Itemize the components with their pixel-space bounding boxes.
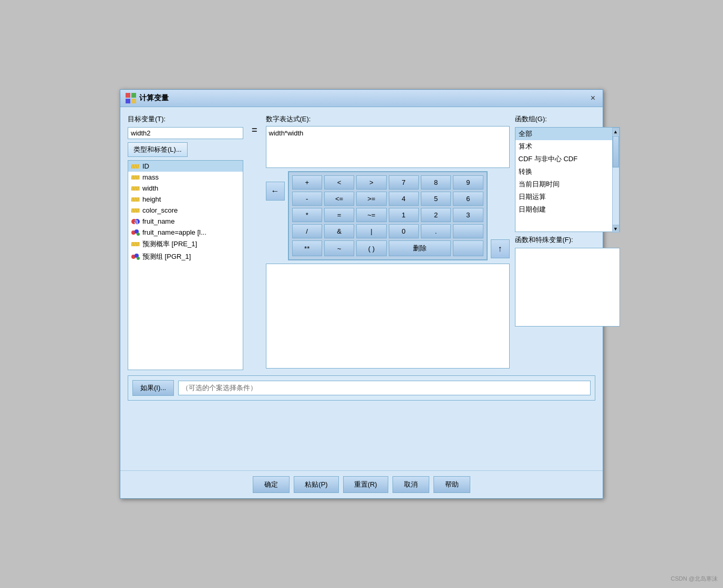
list-item[interactable]: color_score: [128, 205, 243, 216]
dialog-title: 计算变量: [139, 93, 169, 103]
calc-empty2: [453, 240, 483, 256]
left-panel: 目标变量(T): 类型和标签(L)... IDmasswidthheightco…: [128, 114, 243, 370]
svg-point-48: [137, 257, 140, 260]
title-bar: 计算变量 ×: [120, 90, 603, 107]
calc-empty: [453, 224, 483, 238]
ok-button[interactable]: 确定: [253, 476, 290, 493]
list-item[interactable]: afruit_name: [128, 216, 243, 227]
svg-rect-1: [131, 93, 136, 98]
calc-dot[interactable]: .: [421, 224, 451, 238]
insert-arrow-button[interactable]: ←: [266, 182, 285, 201]
calc-and[interactable]: &: [324, 224, 354, 238]
list-item[interactable]: width: [128, 183, 243, 194]
up-arrow-button[interactable]: ↑: [491, 239, 510, 258]
calc-eq[interactable]: =: [324, 208, 354, 222]
variable-name: width: [142, 184, 158, 192]
calculator-grid: + < > 7 8 9 - <= >= 4 5 6 *: [288, 171, 488, 260]
target-variable-label: 目标变量(T):: [128, 114, 243, 124]
variable-name: height: [142, 195, 161, 203]
expression-label: 数字表达式(E):: [266, 114, 510, 124]
list-item[interactable]: mass: [128, 172, 243, 183]
calc-mul[interactable]: *: [292, 208, 322, 222]
type-label-button[interactable]: 类型和标签(L)...: [128, 142, 188, 157]
top-section: 目标变量(T): 类型和标签(L)... IDmasswidthheightco…: [128, 114, 595, 370]
variable-icon: [131, 163, 140, 170]
variable-name: fruit_name: [142, 217, 174, 225]
variable-name: color_score: [142, 206, 178, 214]
description-area: [266, 264, 510, 369]
func-group-item[interactable]: CDF 与非中心 CDF: [515, 153, 612, 165]
condition-placeholder: （可选的个案选择条件）: [178, 381, 591, 395]
variable-name: 预测概率 [PRE_1]: [142, 239, 197, 249]
calc-gte[interactable]: >=: [356, 192, 386, 206]
calc-delete[interactable]: 删除: [389, 240, 451, 256]
calc-0[interactable]: 0: [389, 224, 419, 238]
scrollbar-thumb[interactable]: [613, 136, 619, 167]
expression-input[interactable]: [266, 126, 510, 168]
func-group-item[interactable]: 转换: [515, 165, 612, 178]
variable-icon: [131, 185, 140, 192]
function-group-list[interactable]: 全部算术CDF 与非中心 CDF转换当前日期时间日期运算日期创建: [515, 128, 612, 232]
calc-gt[interactable]: >: [356, 175, 386, 190]
func-group-item[interactable]: 算术: [515, 140, 612, 153]
dialog-body: 目标变量(T): 类型和标签(L)... IDmasswidthheightco…: [120, 107, 603, 470]
func-group-item[interactable]: 全部: [515, 128, 612, 140]
calc-neq[interactable]: ~=: [356, 208, 386, 222]
target-variable-input[interactable]: [128, 127, 243, 139]
calc-not[interactable]: ~: [324, 240, 354, 256]
list-item[interactable]: ID: [128, 161, 243, 172]
condition-section: 如果(I)... （可选的个案选择条件）: [128, 375, 595, 401]
func-group-item[interactable]: 日期运算: [515, 191, 612, 203]
close-button[interactable]: ×: [588, 94, 597, 102]
watermark: CSDN @北岛寒沫: [671, 575, 718, 583]
variable-icon: a: [131, 218, 140, 225]
if-button[interactable]: 如果(I)...: [132, 380, 174, 396]
help-button[interactable]: 帮助: [433, 476, 470, 493]
calc-4[interactable]: 4: [389, 192, 419, 206]
calc-2[interactable]: 2: [421, 208, 451, 222]
svg-rect-2: [126, 99, 130, 103]
calc-9[interactable]: 9: [453, 175, 483, 190]
calc-8[interactable]: 8: [421, 175, 451, 190]
calc-or[interactable]: |: [356, 224, 386, 238]
function-group-scroll: 全部算术CDF 与非中心 CDF转换当前日期时间日期运算日期创建 ▲ ▼: [515, 127, 620, 232]
calc-minus[interactable]: -: [292, 192, 322, 206]
expression-input-area: [266, 126, 510, 168]
cancel-button[interactable]: 取消: [393, 476, 429, 493]
variable-icon: [131, 196, 140, 203]
variable-list[interactable]: IDmasswidthheightcolor_scoreafruit_namef…: [128, 160, 243, 370]
calc-1[interactable]: 1: [389, 208, 419, 222]
svg-point-39: [137, 233, 140, 236]
calc-div[interactable]: /: [292, 224, 322, 238]
calc-pow[interactable]: **: [292, 240, 322, 256]
func-group-item[interactable]: 当前日期时间: [515, 178, 612, 191]
variable-icon: [131, 207, 140, 214]
app-icon: [126, 93, 136, 103]
calc-plus[interactable]: +: [292, 175, 322, 190]
variable-name: 预测组 [PGR_1]: [142, 252, 191, 261]
list-item[interactable]: height: [128, 194, 243, 205]
expression-section: 数字表达式(E):: [266, 114, 510, 168]
paste-button[interactable]: 粘贴(P): [294, 476, 338, 493]
function-special-list[interactable]: [515, 248, 620, 327]
list-item[interactable]: 预测组 [PGR_1]: [128, 250, 243, 263]
middle-section: 数字表达式(E): ← + < > 7 8 9: [266, 114, 510, 369]
function-group-label: 函数组(G):: [515, 114, 620, 124]
equals-sign: =: [249, 125, 261, 136]
list-item[interactable]: 预测概率 [PRE_1]: [128, 238, 243, 250]
calc-lt[interactable]: <: [324, 175, 354, 190]
calc-7[interactable]: 7: [389, 175, 419, 190]
calc-paren[interactable]: ( ): [356, 240, 386, 256]
scrollbar-track[interactable]: ▲ ▼: [612, 128, 619, 233]
variable-icon: [131, 253, 140, 260]
list-item[interactable]: fruit_name=apple [l...: [128, 227, 243, 238]
function-special-label: 函数和特殊变量(F):: [515, 235, 620, 245]
variable-name: fruit_name=apple [l...: [142, 228, 206, 236]
calc-6[interactable]: 6: [453, 192, 483, 206]
calc-row: ← + < > 7 8 9 - <= >= 4 5: [266, 171, 510, 260]
reset-button[interactable]: 重置(R): [343, 476, 388, 493]
calc-5[interactable]: 5: [421, 192, 451, 206]
func-group-item[interactable]: 日期创建: [515, 203, 612, 216]
calc-3[interactable]: 3: [453, 208, 483, 222]
calc-lte[interactable]: <=: [324, 192, 354, 206]
